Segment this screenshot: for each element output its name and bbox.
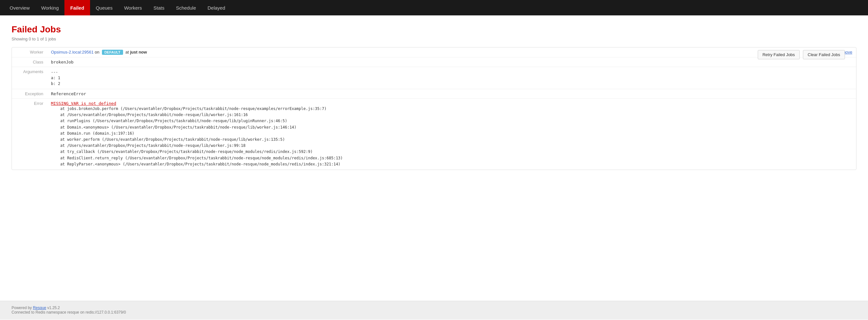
footer-line1: Powered by Resque v1.25.2 [11,306,857,310]
nav-item-delayed[interactable]: Delayed [202,0,231,16]
worker-link[interactable]: Opsimus-2.local:29561 [51,50,94,55]
footer-line2: Connected to Redis namespace resque on r… [11,310,857,315]
error-value-cell: MISSING_VAR is not defined at jobs.broke… [47,99,856,170]
main-nav: Overview Working Failed Queues Workers S… [0,0,868,16]
powered-by-text: Powered by [11,306,33,310]
nav-item-stats[interactable]: Stats [148,0,170,16]
resque-version: v1.25.2 [46,306,60,310]
class-label: Class [12,57,47,67]
class-row: Class brokenJob [12,57,856,67]
page-subtitle: Showing 0 to 1 of 1 jobs [11,36,857,41]
worker-label: Worker [12,48,47,57]
at-time: just now [130,50,147,55]
worker-on-text: on [95,50,101,55]
arguments-label: Arguments [12,67,47,89]
footer: Powered by Resque v1.25.2 Connected to R… [0,301,868,319]
nav-item-schedule[interactable]: Schedule [170,0,202,16]
error-row: Error MISSING_VAR is not defined at jobs… [12,99,856,170]
arguments-value: --- a: 1 b: 2 [51,69,852,87]
error-link[interactable]: MISSING_VAR is not defined [51,101,116,106]
toolbar: Retry Failed Jobs Clear Failed Jobs [758,50,845,59]
retry-failed-jobs-button[interactable]: Retry Failed Jobs [758,50,800,59]
nav-item-workers[interactable]: Workers [118,0,148,16]
worker-row: Worker Opsimus-2.local:29561 on DEFAULT … [12,48,856,57]
nav-item-working[interactable]: Working [36,0,65,16]
stacktrace: at jobs.brokenJob.perform (/Users/evanta… [51,106,852,167]
exception-value-cell: ReferenceError [47,89,856,99]
arguments-row: Arguments --- a: 1 b: 2 [12,67,856,89]
main-content: Failed Jobs Showing 0 to 1 of 1 jobs Ret… [0,16,868,301]
at-label: at [125,50,130,55]
nav-item-queues[interactable]: Queues [90,0,119,16]
resque-link[interactable]: Resque [33,306,46,310]
worker-value-cell: Opsimus-2.local:29561 on DEFAULT at just… [47,48,624,57]
job-card: Worker Opsimus-2.local:29561 on DEFAULT … [11,47,857,170]
exception-value: ReferenceError [51,91,86,96]
queue-badge: DEFAULT [102,50,123,55]
header-area: Failed Jobs Showing 0 to 1 of 1 jobs Ret… [11,24,857,41]
clear-failed-jobs-button[interactable]: Clear Failed Jobs [803,50,845,59]
class-value-cell: brokenJob [47,57,856,67]
error-label: Error [12,99,47,170]
nav-item-overview[interactable]: Overview [4,0,36,16]
arguments-value-cell: --- a: 1 b: 2 [47,67,856,89]
nav-item-failed[interactable]: Failed [64,0,90,16]
page-title: Failed Jobs [11,24,857,35]
exception-label: Exception [12,89,47,99]
exception-row: Exception ReferenceError [12,89,856,99]
class-value: brokenJob [51,60,73,64]
job-details-table: Worker Opsimus-2.local:29561 on DEFAULT … [12,48,856,170]
connected-text: Connected to Redis namespace resque on r… [11,310,126,315]
